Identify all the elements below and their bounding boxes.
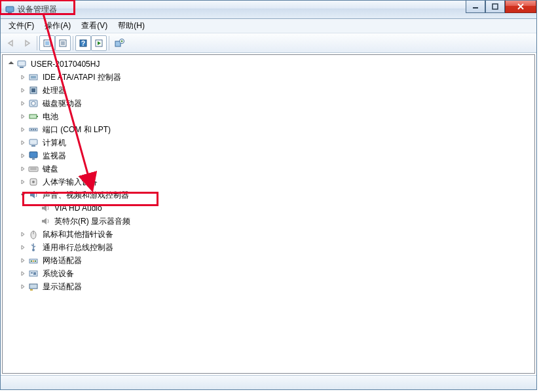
expand-icon[interactable] [18,164,28,173]
device-category-icon [28,177,39,187]
menu-help[interactable]: 帮助(H) [113,19,150,33]
tree-category-label: 电池 [41,111,60,123]
device-category-icon [28,242,39,253]
tree-category[interactable]: 键盘 [18,162,534,175]
tree-category[interactable]: 磁盘驱动器 [18,97,534,110]
tree-category[interactable]: 计算机 [18,136,534,149]
device-category-icon [28,111,39,122]
menu-view[interactable]: 查看(V) [76,19,113,33]
tree-category-label: 键盘 [41,163,60,175]
properties-button[interactable] [55,35,71,51]
svg-rect-32 [31,145,35,147]
svg-rect-47 [35,260,36,262]
close-button[interactable] [505,1,536,13]
tree-category-label: 系统设备 [41,268,76,280]
device-category-icon [28,281,39,292]
svg-rect-31 [29,139,37,145]
uninstall-button[interactable] [111,35,127,51]
computer-icon [16,59,27,69]
tree-device[interactable]: VIA HD Audio [30,202,534,215]
titlebar: 设备管理器 [1,1,536,19]
tree-category-label: 网络适配器 [41,255,84,267]
tree-category-label: 端口 (COM 和 LPT) [41,124,113,136]
svg-rect-49 [31,272,33,274]
device-category-icon [28,190,39,200]
svg-rect-20 [31,76,36,79]
back-button[interactable] [3,35,19,51]
device-tree-panel[interactable]: USER-20170405HJ IDE ATA/ATAPI 控制器处理器磁盘驱动… [2,54,535,374]
svg-rect-34 [32,158,35,160]
tree-category[interactable]: 端口 (COM 和 LPT) [18,123,534,136]
scan-hardware-button[interactable] [39,35,55,51]
expand-icon[interactable] [18,230,28,239]
device-category-icon [28,98,39,109]
svg-rect-17 [18,61,26,66]
expand-icon[interactable] [18,138,28,147]
svg-text:?: ? [81,40,85,47]
device-category-icon [28,151,39,161]
expand-icon[interactable] [18,73,28,82]
expand-icon[interactable] [18,243,28,252]
tree-root-label: USER-20170405HJ [29,59,102,69]
tree-root[interactable]: USER-20170405HJ [7,58,534,71]
tree-category-label: 计算机 [41,137,68,149]
device-category-icon [28,72,39,82]
tree-category-label: 声音、视频和游戏控制器 [41,189,131,202]
toolbar-separator [73,36,73,50]
device-category-icon [28,255,39,266]
svg-rect-3 [493,4,498,9]
expand-icon[interactable] [18,151,28,160]
tree-category[interactable]: 处理器 [18,84,534,97]
help-button[interactable]: ? [75,35,91,51]
svg-rect-52 [30,289,33,291]
forward-button[interactable] [19,35,35,51]
expand-icon[interactable] [18,112,28,121]
tree-category[interactable]: 通用串行总线控制器 [18,241,534,254]
svg-rect-25 [29,115,37,118]
tree-category-label: 处理器 [41,84,68,97]
expand-icon[interactable] [18,282,28,291]
tree-device-label: 英特尔(R) 显示器音频 [52,215,132,228]
svg-point-30 [35,129,36,130]
svg-point-28 [31,129,32,130]
svg-rect-26 [37,116,38,117]
collapse-icon[interactable] [7,60,16,69]
menu-file[interactable]: 文件(F) [3,19,39,33]
svg-rect-1 [8,12,12,14]
tree-category[interactable]: 显示适配器 [18,280,534,293]
tree-category[interactable]: 鼠标和其他指针设备 [18,228,534,241]
menubar: 文件(F) 操作(A) 查看(V) 帮助(H) [1,19,536,33]
tree-device[interactable]: 英特尔(R) 显示器音频 [30,215,534,228]
maximize-button[interactable] [485,1,505,13]
tree-category-label: 显示适配器 [41,281,84,293]
tree-category[interactable]: 电池 [18,110,534,123]
tree-category[interactable]: IDE ATA/ATAPI 控制器 [18,71,534,84]
expand-icon[interactable] [18,269,28,278]
tree-category[interactable]: 网络适配器 [18,254,534,267]
statusbar [1,375,536,389]
device-category-icon [28,85,39,96]
collapse-icon[interactable] [18,190,28,200]
svg-rect-45 [31,260,32,262]
device-category-icon [28,268,39,279]
svg-rect-22 [31,88,35,92]
expand-icon[interactable] [18,86,28,95]
svg-rect-7 [45,41,49,45]
expand-icon[interactable] [18,256,28,265]
device-manager-window: 设备管理器 文件(F) 操作(A) 查看(V) 帮助(H) [0,0,537,390]
device-category-icon [28,137,39,148]
speaker-icon [40,216,50,226]
tree-category[interactable]: 声音、视频和游戏控制器 [18,188,534,202]
menu-action[interactable]: 操作(A) [39,19,76,33]
expand-icon[interactable] [18,99,28,108]
tree-category[interactable]: 监视器 [18,149,534,162]
toolbar-separator [37,36,37,50]
play-button[interactable] [91,35,107,51]
expand-icon[interactable] [18,125,28,134]
tree-device-label: VIA HD Audio [52,203,104,213]
tree-category[interactable]: 系统设备 [18,267,534,280]
device-category-icon [28,164,39,174]
minimize-button[interactable] [466,1,485,13]
expand-icon[interactable] [18,177,28,187]
tree-category[interactable]: 人体学输入设备 [18,175,534,188]
